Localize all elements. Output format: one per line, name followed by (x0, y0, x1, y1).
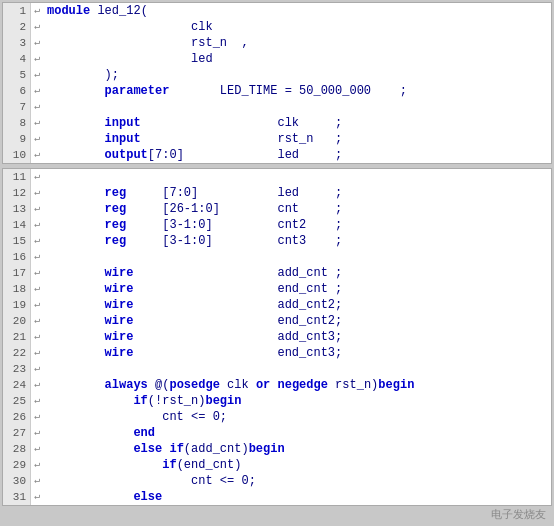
line-arrow: ↵ (31, 409, 43, 425)
code-line: 2↵ clk (3, 19, 551, 35)
code-line: 22↵ wire end_cnt3; (3, 345, 551, 361)
code-line: 6↵ parameter LED_TIME = 50_000_000 ; (3, 83, 551, 99)
line-number: 24 (3, 377, 31, 393)
code-line: 8↵ input clk ; (3, 115, 551, 131)
code-line: 13↵ reg [26-1:0] cnt ; (3, 201, 551, 217)
line-arrow: ↵ (31, 329, 43, 345)
line-arrow: ↵ (31, 473, 43, 489)
code-line: 27↵ end (3, 425, 551, 441)
line-content: output[7:0] led ; (43, 147, 551, 163)
code-line: 21↵ wire add_cnt3; (3, 329, 551, 345)
code-line: 15↵ reg [3-1:0] cnt3 ; (3, 233, 551, 249)
code-line: 29↵ if(end_cnt) (3, 457, 551, 473)
line-number: 12 (3, 185, 31, 201)
line-content: reg [7:0] led ; (43, 185, 551, 201)
code-line: 19↵ wire add_cnt2; (3, 297, 551, 313)
line-arrow: ↵ (31, 377, 43, 393)
line-arrow: ↵ (31, 425, 43, 441)
line-content: if(end_cnt) (43, 457, 551, 473)
line-content: led (43, 51, 551, 67)
code-line: 7↵ (3, 99, 551, 115)
line-arrow: ↵ (31, 3, 43, 19)
line-arrow: ↵ (31, 265, 43, 281)
line-number: 3 (3, 35, 31, 51)
line-content: input clk ; (43, 115, 551, 131)
line-content: reg [3-1:0] cnt3 ; (43, 233, 551, 249)
code-line: 24↵ always @(posedge clk or negedge rst_… (3, 377, 551, 393)
line-number: 22 (3, 345, 31, 361)
line-number: 23 (3, 361, 31, 377)
line-number: 26 (3, 409, 31, 425)
code-block-2: 11↵12↵ reg [7:0] led ;13↵ reg [26-1:0] c… (2, 168, 552, 506)
line-content: cnt <= 0; (43, 473, 551, 489)
line-content: end (43, 425, 551, 441)
line-number: 16 (3, 249, 31, 265)
code-line: 28↵ else if(add_cnt)begin (3, 441, 551, 457)
line-content: else (43, 489, 551, 505)
code-line: 12↵ reg [7:0] led ; (3, 185, 551, 201)
line-content: if(!rst_n)begin (43, 393, 551, 409)
code-line: 17↵ wire add_cnt ; (3, 265, 551, 281)
line-arrow: ↵ (31, 489, 43, 505)
line-arrow: ↵ (31, 131, 43, 147)
line-arrow: ↵ (31, 169, 43, 185)
code-line: 20↵ wire end_cnt2; (3, 313, 551, 329)
line-content: reg [26-1:0] cnt ; (43, 201, 551, 217)
line-arrow: ↵ (31, 281, 43, 297)
line-arrow: ↵ (31, 201, 43, 217)
code-line: 11↵ (3, 169, 551, 185)
line-number: 25 (3, 393, 31, 409)
code-line: 9↵ input rst_n ; (3, 131, 551, 147)
line-content: input rst_n ; (43, 131, 551, 147)
line-number: 21 (3, 329, 31, 345)
line-number: 17 (3, 265, 31, 281)
line-content: rst_n , (43, 35, 551, 51)
line-number: 5 (3, 67, 31, 83)
code-line: 18↵ wire end_cnt ; (3, 281, 551, 297)
line-arrow: ↵ (31, 115, 43, 131)
line-content: wire add_cnt3; (43, 329, 551, 345)
code-line: 3↵ rst_n , (3, 35, 551, 51)
code-line: 1↵module led_12( (3, 3, 551, 19)
code-line: 14↵ reg [3-1:0] cnt2 ; (3, 217, 551, 233)
line-arrow: ↵ (31, 83, 43, 99)
line-arrow: ↵ (31, 99, 43, 115)
line-number: 8 (3, 115, 31, 131)
line-arrow: ↵ (31, 297, 43, 313)
code-line: 31↵ else (3, 489, 551, 505)
line-arrow: ↵ (31, 19, 43, 35)
line-content: always @(posedge clk or negedge rst_n)be… (43, 377, 551, 393)
line-arrow: ↵ (31, 345, 43, 361)
line-content: cnt <= 0; (43, 409, 551, 425)
line-content: parameter LED_TIME = 50_000_000 ; (43, 83, 551, 99)
code-line: 5↵ ); (3, 67, 551, 83)
line-number: 14 (3, 217, 31, 233)
line-content: wire end_cnt ; (43, 281, 551, 297)
line-content: reg [3-1:0] cnt2 ; (43, 217, 551, 233)
line-arrow: ↵ (31, 51, 43, 67)
line-arrow: ↵ (31, 457, 43, 473)
line-number: 30 (3, 473, 31, 489)
code-line: 4↵ led (3, 51, 551, 67)
code-block-1: 1↵module led_12(2↵ clk3↵ rst_n ,4↵ led5↵… (2, 2, 552, 164)
line-content: wire end_cnt3; (43, 345, 551, 361)
line-number: 1 (3, 3, 31, 19)
line-content: wire add_cnt ; (43, 265, 551, 281)
line-number: 9 (3, 131, 31, 147)
line-number: 11 (3, 169, 31, 185)
line-content: clk (43, 19, 551, 35)
line-number: 7 (3, 99, 31, 115)
line-arrow: ↵ (31, 393, 43, 409)
line-arrow: ↵ (31, 233, 43, 249)
line-number: 18 (3, 281, 31, 297)
line-number: 6 (3, 83, 31, 99)
line-arrow: ↵ (31, 441, 43, 457)
line-arrow: ↵ (31, 35, 43, 51)
line-number: 2 (3, 19, 31, 35)
line-number: 28 (3, 441, 31, 457)
line-arrow: ↵ (31, 67, 43, 83)
line-content: wire end_cnt2; (43, 313, 551, 329)
line-number: 13 (3, 201, 31, 217)
code-line: 23↵ (3, 361, 551, 377)
line-content: else if(add_cnt)begin (43, 441, 551, 457)
